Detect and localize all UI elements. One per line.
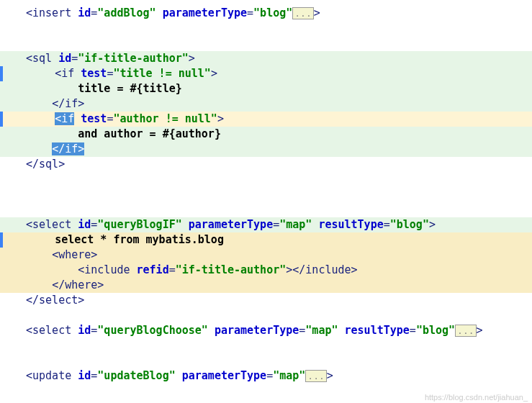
attr-name: id: [78, 324, 91, 337]
attr-value: "blog": [390, 218, 429, 231]
attr-value: "title != null": [113, 67, 210, 80]
attr-value: "if-title-author": [176, 263, 287, 276]
xml-tag-selected: </if>: [52, 142, 84, 155]
code-line[interactable]: <select id="queryBlogIF" parameterType="…: [0, 217, 532, 232]
attr-value: "queryBlogIF": [97, 218, 181, 231]
empty-line[interactable]: [0, 308, 532, 323]
xml-tag: </where>: [52, 279, 104, 291]
xml-tag: <select: [26, 324, 71, 337]
xml-tag: </sql>: [26, 158, 65, 171]
code-line[interactable]: </select>: [0, 293, 532, 308]
attr-name: test: [81, 112, 107, 125]
code-editor[interactable]: <insert id="addBlog" parameterType="blog…: [0, 0, 532, 389]
attr-value: "blog": [253, 6, 292, 19]
attr-value: "blog": [416, 324, 455, 337]
empty-line[interactable]: [0, 353, 532, 368]
attr-name: id: [58, 52, 71, 65]
attr-value: "queryBlogChoose": [97, 324, 208, 337]
text-content: select * from mybatis.blog: [55, 233, 224, 246]
code-line[interactable]: <sql id="if-title-author">: [0, 51, 532, 66]
code-line[interactable]: select * from mybatis.blog: [0, 232, 532, 248]
empty-line[interactable]: [0, 338, 532, 353]
xml-tag: <update: [26, 369, 71, 382]
xml-tag: <where>: [52, 248, 97, 261]
attr-value: "updateBlog": [97, 369, 175, 382]
xml-tag-selected: <if: [55, 112, 74, 125]
attr-value: "map": [305, 324, 338, 337]
code-line[interactable]: <select id="queryBlogChoose" parameterTy…: [0, 323, 532, 338]
xml-tag: <sql: [26, 52, 52, 65]
empty-line[interactable]: [0, 202, 532, 217]
attr-value: "map": [279, 218, 312, 231]
attr-name: id: [78, 218, 91, 231]
attr-name: resultType: [345, 324, 410, 337]
attr-value: "addBlog": [97, 6, 155, 19]
code-line[interactable]: title = #{title}: [0, 81, 532, 96]
xml-tag: <if: [55, 67, 74, 80]
empty-line[interactable]: [0, 187, 532, 202]
attr-value: "if-title-author": [78, 52, 189, 65]
text-content: title = #{title}: [78, 82, 182, 95]
watermark-text: https://blog.csdn.net/jiahuan_: [425, 393, 528, 402]
code-line[interactable]: and author = #{author}: [0, 127, 532, 142]
code-line[interactable]: </where>: [0, 278, 532, 293]
code-line[interactable]: <update id="updateBlog" parameterType="m…: [0, 368, 532, 384]
attr-name: refid: [137, 263, 169, 276]
code-line[interactable]: <where>: [0, 248, 532, 263]
attr-name: parameterType: [215, 324, 299, 337]
fold-marker[interactable]: ...: [292, 7, 313, 19]
xml-tag: </select>: [26, 294, 84, 307]
code-line[interactable]: </if>: [0, 96, 532, 112]
empty-line[interactable]: [0, 172, 532, 187]
attr-name: parameterType: [163, 6, 247, 19]
xml-tag: <insert: [26, 6, 71, 19]
code-line[interactable]: <include refid="if-title-author"></inclu…: [0, 263, 532, 278]
empty-line[interactable]: [0, 36, 532, 51]
fold-marker[interactable]: ...: [455, 325, 476, 337]
fold-marker[interactable]: ...: [305, 370, 326, 382]
text-content: and author = #{author}: [78, 127, 221, 140]
xml-tag: ></include>: [286, 263, 357, 276]
code-line[interactable]: <if test="title != null">: [0, 66, 532, 81]
xml-tag: <select: [26, 218, 71, 231]
code-line[interactable]: </if>: [0, 142, 532, 157]
empty-line[interactable]: [0, 21, 532, 36]
code-line[interactable]: </sql>: [0, 157, 532, 172]
xml-tag: <include: [78, 263, 130, 276]
attr-name: id: [78, 369, 91, 382]
xml-tag: </if>: [52, 97, 84, 110]
attr-name: id: [78, 6, 91, 19]
attr-name: test: [81, 67, 107, 80]
attr-value: "map": [273, 369, 305, 382]
attr-name: parameterType: [189, 218, 273, 231]
attr-value: "author != null": [113, 112, 217, 125]
attr-name: parameterType: [182, 369, 266, 382]
attr-name: resultType: [318, 218, 383, 231]
code-line[interactable]: <if test="author != null">: [0, 112, 532, 127]
code-line[interactable]: <insert id="addBlog" parameterType="blog…: [0, 6, 532, 21]
